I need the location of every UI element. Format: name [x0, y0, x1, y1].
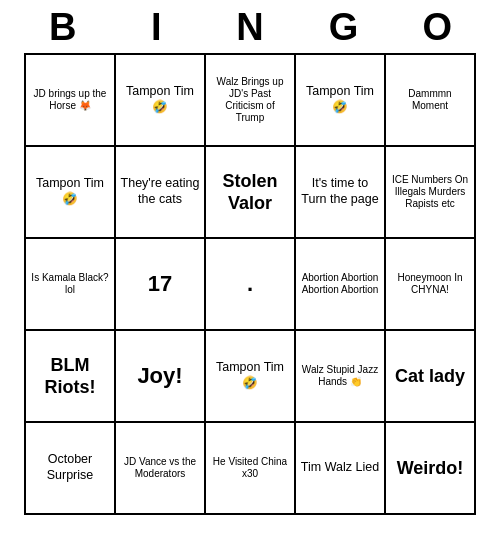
bingo-cell-5: Tampon Tim 🤣: [26, 147, 116, 239]
bingo-cell-1: Tampon Tim 🤣: [116, 55, 206, 147]
bingo-cell-6: They're eating the cats: [116, 147, 206, 239]
bingo-cell-18: Walz Stupid Jazz Hands 👏: [296, 331, 386, 423]
bingo-cell-16: Joy!: [116, 331, 206, 423]
bingo-cell-7: Stolen Valor: [206, 147, 296, 239]
bingo-cell-14: Honeymoon In CHYNA!: [386, 239, 476, 331]
bingo-header: B I N G O: [16, 0, 484, 53]
bingo-cell-20: October Surprise: [26, 423, 116, 515]
bingo-cell-8: It's time to Turn the page: [296, 147, 386, 239]
bingo-cell-2: Walz Brings up JD's Past Criticism of Tr…: [206, 55, 296, 147]
bingo-cell-17: Tampon Tim 🤣: [206, 331, 296, 423]
header-b: B: [20, 6, 106, 49]
bingo-cell-21: JD Vance vs the Moderators: [116, 423, 206, 515]
bingo-cell-15: BLM Riots!: [26, 331, 116, 423]
bingo-cell-24: Weirdo!: [386, 423, 476, 515]
bingo-cell-19: Cat lady: [386, 331, 476, 423]
bingo-cell-10: Is Kamala Black? lol: [26, 239, 116, 331]
header-o: O: [394, 6, 480, 49]
bingo-cell-13: Abortion Abortion Abortion Abortion: [296, 239, 386, 331]
bingo-cell-22: He Visited China x30: [206, 423, 296, 515]
header-n: N: [207, 6, 293, 49]
header-i: I: [113, 6, 199, 49]
bingo-grid: JD brings up the Horse 🦊Tampon Tim 🤣Walz…: [24, 53, 476, 515]
bingo-cell-4: Dammmn Moment: [386, 55, 476, 147]
bingo-cell-11: 17: [116, 239, 206, 331]
bingo-cell-12: .: [206, 239, 296, 331]
header-g: G: [301, 6, 387, 49]
bingo-cell-3: Tampon Tim 🤣: [296, 55, 386, 147]
bingo-cell-0: JD brings up the Horse 🦊: [26, 55, 116, 147]
bingo-cell-23: Tim Walz Lied: [296, 423, 386, 515]
bingo-cell-9: ICE Numbers On Illegals Murders Rapists …: [386, 147, 476, 239]
